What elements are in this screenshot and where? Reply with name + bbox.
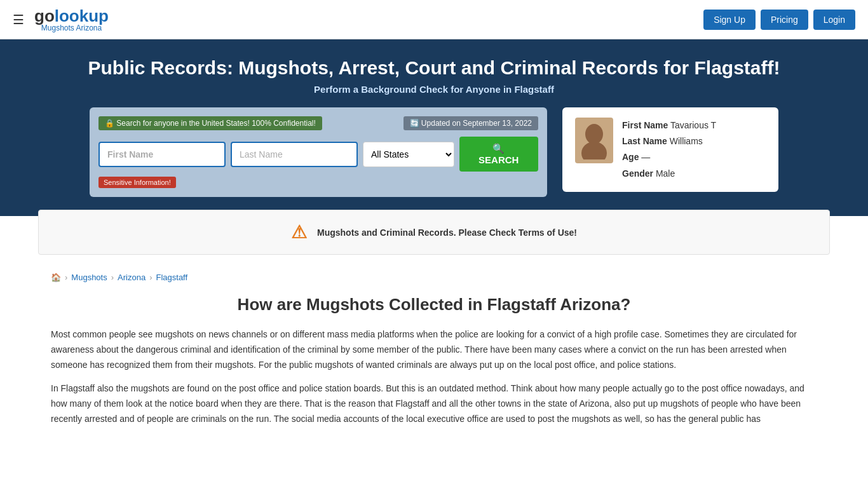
search-box-header: 🔒 Search for anyone in the United States… [98,116,538,130]
profile-info: First Name Tavarious T Last Name William… [622,118,716,182]
updated-label: 🔄 Updated on September 13, 2022 [403,116,538,130]
warning-text: Mugshots and Criminal Records. Please Ch… [317,227,577,238]
search-button[interactable]: 🔍 SEARCH [459,137,538,172]
state-select[interactable]: All States AlabamaAlaskaArizonaArkansas … [363,142,454,167]
svg-point-0 [585,124,603,144]
pricing-button[interactable]: Pricing [761,10,808,30]
breadcrumb-flagstaff[interactable]: Flagstaff [156,273,187,282]
warning-bar: ⚠ Mugshots and Criminal Records. Please … [38,210,830,255]
header: ☰ golookup Mugshots Arizona Sign Up Pric… [0,0,868,39]
search-area: 🔒 Search for anyone in the United States… [0,107,868,216]
breadcrumb-mugshots[interactable]: Mugshots [71,273,107,282]
profile-gender: Gender Male [622,166,716,182]
search-inputs: All States AlabamaAlaskaArizonaArkansas … [98,137,538,172]
sensitive-badge: Sensitive Information! [98,177,176,188]
hero-section: Public Records: Mugshots, Arrest, Court … [0,39,868,107]
last-name-input[interactable] [231,142,358,167]
logo-subtitle: Mugshots Arizona [34,24,109,32]
hero-subtitle: Perform a Background Check for Anyone in… [13,84,855,95]
breadcrumb: 🏠 › Mugshots › Arizona › Flagstaff [0,261,868,288]
breadcrumb-sep2: › [111,273,114,282]
content-paragraph-2: In Flagstaff also the mugshots are found… [51,381,817,426]
hero-title: Public Records: Mugshots, Arrest, Court … [13,57,855,79]
profile-age: Age — [622,149,716,165]
profile-card: First Name Tavarious T Last Name William… [562,107,778,192]
menu-icon[interactable]: ☰ [13,12,24,27]
breadcrumb-sep3: › [149,273,152,282]
breadcrumb-arizona[interactable]: Arizona [118,273,146,282]
profile-last-name: Last Name Williams [622,133,716,149]
content-area: How are Mugshots Collected in Flagstaff … [0,288,868,455]
header-left: ☰ golookup Mugshots Arizona [13,6,109,32]
profile-avatar [575,118,613,163]
signup-button[interactable]: Sign Up [703,10,756,30]
content-paragraph-1: Most common people see mugshots on news … [51,327,817,372]
header-right: Sign Up Pricing Login [703,10,855,30]
breadcrumb-sep1: › [65,273,67,282]
profile-first-name: First Name Tavarious T [622,118,716,133]
breadcrumb-home[interactable]: 🏠 [51,273,61,282]
first-name-input[interactable] [98,142,226,167]
confidential-label: 🔒 Search for anyone in the United States… [98,116,322,130]
svg-point-1 [581,142,607,159]
logo[interactable]: golookup Mugshots Arizona [34,6,109,32]
section-title: How are Mugshots Collected in Flagstaff … [51,295,817,315]
warning-icon: ⚠ [291,222,307,243]
search-box: 🔒 Search for anyone in the United States… [90,107,547,197]
login-button[interactable]: Login [813,10,855,30]
